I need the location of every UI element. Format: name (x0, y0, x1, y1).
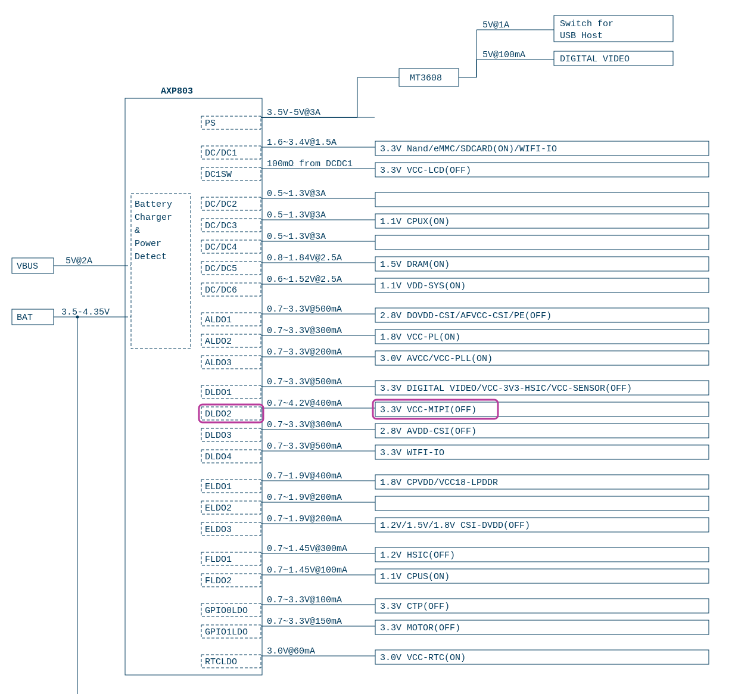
rail-spec: 0.7~1.45V@300mA (267, 544, 347, 554)
svg-text:DIGITAL VIDEO: DIGITAL VIDEO (560, 54, 630, 64)
mt3608-out1-spec: 5V@1A (482, 20, 509, 30)
power-tree-diagram: AXP803BatteryCharger&PowerDetectVBUS5V@2… (6, 6, 729, 694)
rail-label: ELDO1 (205, 482, 232, 492)
rail-label: DC/DC5 (205, 264, 237, 274)
rail-label: DLDO3 (205, 431, 232, 441)
rail-spec: 0.5~1.3V@3A (267, 189, 326, 199)
rail-spec: 0.7~3.3V@500mA (267, 441, 342, 452)
sink-box (375, 235, 709, 250)
rail-label: DC/DC6 (205, 285, 237, 295)
sink-label: 2.8V DOVDD-CSI/AFVCC-CSI/PE(OFF) (380, 311, 552, 321)
sink-label: 3.3V WIFI-IO (380, 448, 444, 458)
sink-label: 3.3V MOTOR(OFF) (380, 623, 460, 633)
rail-label: RTCLDO (205, 657, 237, 667)
rail-label: DLDO1 (205, 388, 232, 398)
rail-label: DC/DC3 (205, 221, 237, 231)
rail-spec: 0.7~3.3V@300mA (267, 326, 342, 336)
sink-label: 1.1V VDD-SYS(ON) (380, 281, 466, 291)
sink-label: 2.8V AVDD-CSI(OFF) (380, 427, 476, 437)
sink-label: 1.1V CPUS(ON) (380, 572, 450, 582)
sink-label: 3.0V AVCC/VCC-PLL(ON) (380, 354, 493, 364)
sink-label: 3.3V CTP(OFF) (380, 602, 450, 612)
rail-spec: 0.7~3.3V@150mA (267, 617, 342, 627)
rail-spec: 0.6~1.52V@2.5A (267, 275, 342, 285)
rail-spec: 0.7~1.9V@400mA (267, 471, 342, 481)
rail-spec: 0.7~4.2V@400mA (267, 399, 342, 409)
svg-text:Switch for: Switch for (560, 19, 613, 29)
battery-charger-label: Detect (135, 252, 167, 262)
rail-spec: 0.5~1.3V@3A (267, 232, 326, 242)
battery-charger-label: Charger (135, 213, 172, 223)
sink-box (375, 496, 709, 511)
rail-label: ALDO1 (205, 315, 232, 325)
rail-label: DC1SW (205, 170, 232, 180)
rail-spec: 0.7~3.3V@500mA (267, 377, 342, 387)
axp803-block (125, 98, 262, 675)
rail-label: FLDO2 (205, 576, 232, 586)
rail-label: DC/DC2 (205, 200, 237, 210)
rail-label: ELDO2 (205, 503, 232, 514)
rail-spec: 0.7~3.3V@200mA (267, 347, 342, 357)
rail-spec: 0.7~1.9V@200mA (267, 514, 342, 524)
rail-spec: 0.7~3.3V@300mA (267, 420, 342, 430)
vbus-spec: 5V@2A (66, 256, 92, 266)
sink-label: 3.3V DIGITAL VIDEO/VCC-3V3-HSIC/VCC-SENS… (380, 384, 632, 394)
rail-spec: 0.7~1.9V@200mA (267, 493, 342, 503)
rail-label: GPIO0LDO (205, 606, 248, 616)
rail-spec: 3.0V@60mA (267, 646, 315, 657)
rail-spec: 100mΩ from DCDC1 (267, 159, 353, 169)
sink-label: 1.2V/1.5V/1.8V CSI-DVDD(OFF) (380, 521, 530, 531)
rail-spec: 0.7~3.3V@500mA (267, 304, 342, 315)
rail-label: PS (205, 119, 216, 129)
rail-label: ALDO3 (205, 358, 232, 368)
rail-label: ALDO2 (205, 337, 232, 347)
rail-spec: 3.5V-5V@3A (267, 108, 320, 118)
rail-spec: 0.7~1.45V@100mA (267, 565, 347, 575)
rail-label: ELDO3 (205, 525, 232, 535)
rail-label: DLDO2 (205, 409, 232, 419)
rail-spec: 0.7~3.3V@100mA (267, 595, 342, 605)
svg-point-42 (76, 316, 79, 319)
rail-label: DLDO4 (205, 452, 232, 462)
battery-charger-label: Battery (135, 200, 172, 210)
sink-label: 1.8V VCC-PL(ON) (380, 332, 460, 343)
rail-spec: 0.5~1.3V@3A (267, 210, 326, 220)
sink-label: 3.3V VCC-LCD(OFF) (380, 166, 471, 176)
rail-spec: 1.6~3.4V@1.5A (267, 138, 337, 148)
sink-label: 3.3V Nand/eMMC/SDCARD(ON)/WIFI-IO (380, 144, 557, 154)
svg-text:USB Host: USB Host (560, 31, 603, 41)
sink-label: 3.0V VCC-RTC(ON) (380, 653, 466, 663)
mt3608-out2-spec: 5V@100mA (482, 50, 525, 60)
rail-label: DC/DC1 (205, 148, 237, 158)
rail-label: DC/DC4 (205, 242, 237, 253)
rail-label: FLDO1 (205, 555, 232, 565)
mt3608-label: MT3608 (410, 73, 442, 83)
battery-charger-label: & (135, 226, 140, 236)
sink-box (375, 192, 709, 207)
sink-label: 1.8V CPVDD/VCC18-LPDDR (380, 478, 498, 488)
sink-label: 1.1V CPUX(ON) (380, 217, 450, 227)
axp803-title: AXP803 (161, 86, 193, 97)
svg-rect-28 (375, 111, 709, 126)
vbus-label: VBUS (17, 262, 38, 272)
sink-label: 1.5V DRAM(ON) (380, 260, 450, 270)
sink-label: 3.3V VCC-MIPI(OFF) (380, 405, 476, 415)
bat-label: BAT (17, 313, 33, 323)
battery-charger-label: Power (135, 239, 161, 249)
rail-label: GPIO1LDO (205, 627, 248, 637)
rail-spec: 0.8~1.84V@2.5A (267, 253, 342, 263)
bat-spec: 3.5-4.35V (61, 307, 110, 318)
sink-label: 1.2V HSIC(OFF) (380, 550, 455, 561)
